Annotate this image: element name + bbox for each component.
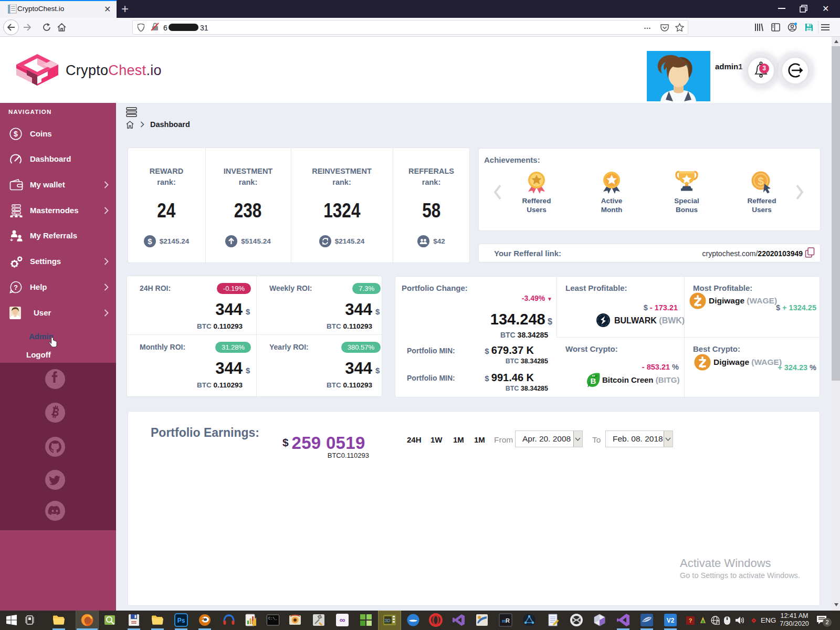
svg-text:R: R (506, 617, 510, 624)
svg-text:$: $ (758, 175, 764, 187)
svg-text:B: B (591, 376, 596, 385)
svg-text:?: ? (14, 284, 18, 291)
svg-text:∞: ∞ (340, 615, 345, 624)
svg-text:C:\_: C:\_ (268, 616, 278, 621)
svg-text:?: ? (689, 617, 692, 624)
svg-text:Ps: Ps (177, 617, 185, 624)
svg-text:$: $ (148, 237, 152, 246)
svg-text:3D: 3D (384, 618, 391, 623)
svg-text:V2: V2 (667, 617, 675, 624)
svg-text:$: $ (14, 130, 18, 138)
